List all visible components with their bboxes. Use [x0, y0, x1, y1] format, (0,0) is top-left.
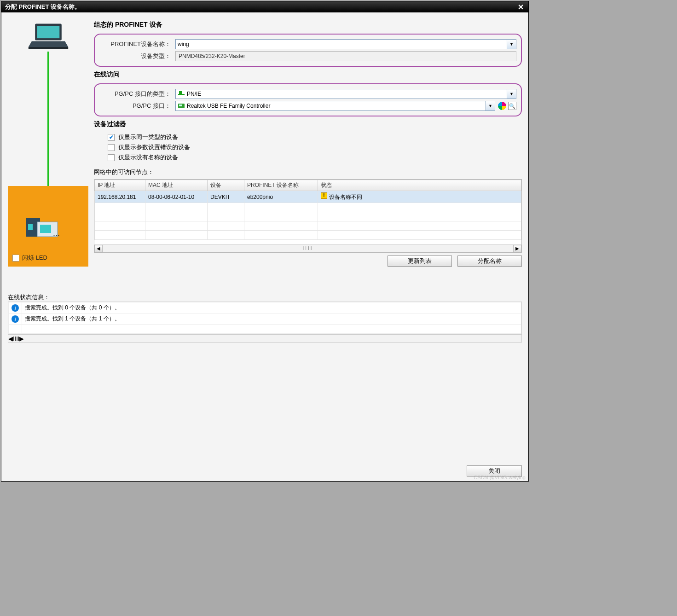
window-title: 分配 PROFINET 设备名称。: [5, 3, 81, 11]
status-row: i 搜索完成。找到 1 个设备（共 1 个）。: [9, 314, 521, 325]
device-panel: ... 闪烁 LED: [8, 186, 88, 267]
table-scrollbar[interactable]: ◀ IIII ▶: [94, 244, 521, 252]
scroll-right-icon[interactable]: ▶: [19, 335, 24, 342]
chevron-down-icon[interactable]: ▼: [507, 89, 516, 99]
section-configured: 组态的 PROFINET 设备: [94, 21, 522, 29]
chevron-down-icon[interactable]: ▼: [486, 101, 495, 110]
filter-bad-param-checkbox[interactable]: [108, 144, 115, 151]
table-row[interactable]: [95, 212, 521, 221]
if-type-label: PG/PC 接口的类型：: [99, 90, 175, 98]
refresh-button[interactable]: 更新列表: [388, 256, 452, 267]
svg-rect-2: [28, 47, 68, 49]
nodes-table: IP 地址 MAC 地址 设备 PROFINET 设备名称 状态 192.168…: [94, 179, 522, 253]
flash-led-label: 闪烁 LED: [22, 254, 47, 262]
col-status[interactable]: 状态: [318, 180, 521, 191]
if-combo[interactable]: Realtek USB FE Family Controller ▼: [175, 101, 495, 111]
if-label: PG/PC 接口：: [99, 102, 175, 110]
scroll-left-icon[interactable]: ◀: [94, 245, 103, 252]
warning-icon: [321, 192, 327, 199]
if-type-combo[interactable]: PN/IE ▼: [175, 89, 516, 99]
section-online: 在线访问: [94, 70, 522, 79]
col-mac[interactable]: MAC 地址: [145, 180, 208, 191]
svg-rect-11: [179, 105, 182, 106]
pn-name-label: PROFINET设备名称：: [99, 40, 175, 48]
table-row[interactable]: [95, 203, 521, 212]
col-ip[interactable]: IP 地址: [95, 180, 145, 191]
status-row: i 搜索完成。找到 0 个设备（共 0 个）。: [9, 302, 521, 314]
highlight-box-2: PG/PC 接口的类型： PN/IE ▼ PG/PC 接口： Realtek U…: [94, 83, 522, 116]
status-table: i 搜索完成。找到 0 个设备（共 0 个）。 i 搜索完成。找到 1 个设备（…: [8, 302, 522, 334]
nodes-label: 网络中的可访问节点：: [94, 168, 522, 176]
flash-led-checkbox[interactable]: [12, 255, 19, 262]
info-icon: i: [12, 304, 19, 312]
assign-name-button[interactable]: 分配名称: [457, 256, 522, 267]
svg-rect-1: [37, 26, 59, 38]
magnify-icon[interactable]: 🔍: [508, 102, 516, 110]
filter-bad-param-label: 仅显示参数设置错误的设备: [118, 143, 190, 151]
table-row[interactable]: 192.168.20.181 08-00-06-02-01-10 DEVKIT …: [95, 191, 521, 203]
filter-same-type-checkbox[interactable]: [108, 134, 115, 141]
connection-line: [47, 52, 49, 186]
pnie-icon: [178, 90, 185, 98]
col-dev[interactable]: 设备: [208, 180, 244, 191]
device-diagram: ... 闪烁 LED: [8, 18, 88, 267]
close-icon[interactable]: ✕: [516, 3, 525, 12]
dialog-window: 分配 PROFINET 设备名称。 ✕ ...: [1, 1, 529, 482]
nic-icon: [178, 102, 185, 110]
svg-rect-4: [28, 224, 33, 230]
dev-type-field: PNMD485/232-K20-Master: [175, 51, 516, 61]
pn-name-combo[interactable]: wing ▼: [175, 39, 516, 49]
status-label: 在线状态信息：: [8, 293, 522, 302]
filter-no-name-label: 仅显示没有名称的设备: [118, 153, 178, 162]
title-bar: 分配 PROFINET 设备名称。 ✕: [1, 1, 528, 12]
highlight-box-1: PROFINET设备名称： wing ▼ 设备类型： PNMD485/232-K…: [94, 34, 522, 67]
filter-no-name-checkbox[interactable]: [108, 154, 115, 161]
table-header-row: IP 地址 MAC 地址 设备 PROFINET 设备名称 状态: [95, 180, 521, 191]
plc-device-icon: ...: [26, 214, 63, 239]
scroll-right-icon[interactable]: ▶: [513, 245, 521, 252]
filter-same-type-label: 仅显示同一类型的设备: [118, 133, 178, 141]
table-row[interactable]: [95, 221, 521, 231]
table-row[interactable]: [95, 231, 521, 240]
color-wheel-icon[interactable]: [498, 102, 506, 110]
status-scrollbar[interactable]: ◀ IIII ▶: [8, 334, 522, 343]
svg-rect-9: [179, 91, 182, 95]
info-icon: i: [12, 315, 19, 323]
section-filter: 设备过滤器: [94, 120, 522, 128]
dev-type-label: 设备类型：: [99, 52, 175, 60]
watermark: CSDN @VING-weiying: [474, 475, 526, 480]
col-pn[interactable]: PROFINET 设备名称: [244, 180, 318, 191]
scroll-left-icon[interactable]: ◀: [8, 335, 13, 342]
svg-rect-6: [40, 225, 51, 233]
svg-text:...: ...: [53, 228, 60, 238]
chevron-down-icon[interactable]: ▼: [507, 40, 516, 49]
laptop-icon: [28, 22, 69, 52]
